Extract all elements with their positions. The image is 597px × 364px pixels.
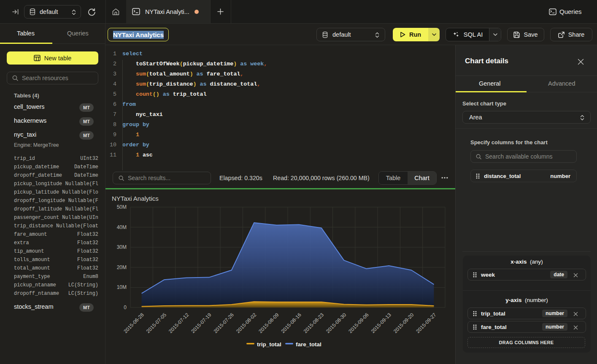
svg-text:2015-06-28: 2015-06-28 — [122, 312, 145, 334]
svg-text:2015-07-26: 2015-07-26 — [213, 312, 235, 334]
svg-text:2015-08-02: 2015-08-02 — [235, 312, 258, 334]
svg-text:2015-08-16: 2015-08-16 — [280, 312, 303, 334]
svg-text:2015-07-19: 2015-07-19 — [190, 312, 213, 334]
svg-text:20M: 20M — [117, 264, 127, 270]
svg-text:fare_total: fare_total — [296, 341, 321, 348]
svg-text:10M: 10M — [117, 284, 127, 290]
svg-text:2015-07-05: 2015-07-05 — [145, 312, 168, 334]
svg-text:2015-08-09: 2015-08-09 — [257, 312, 280, 334]
svg-text:0: 0 — [124, 305, 127, 310]
svg-text:40M: 40M — [117, 224, 127, 230]
svg-text:2015-07-12: 2015-07-12 — [167, 312, 190, 334]
svg-text:2015-08-30: 2015-08-30 — [325, 312, 348, 334]
svg-text:30M: 30M — [117, 244, 127, 250]
svg-text:NYTaxi Analytics: NYTaxi Analytics — [112, 195, 159, 202]
svg-text:2015-09-20: 2015-09-20 — [392, 312, 415, 334]
svg-text:2015-09-13: 2015-09-13 — [370, 312, 393, 334]
svg-text:trip_total: trip_total — [257, 341, 281, 348]
svg-text:50M: 50M — [117, 204, 127, 210]
svg-text:2015-08-23: 2015-08-23 — [303, 312, 325, 334]
svg-text:2015-09-27: 2015-09-27 — [415, 312, 438, 334]
svg-text:2015-09-06: 2015-09-06 — [347, 312, 370, 334]
